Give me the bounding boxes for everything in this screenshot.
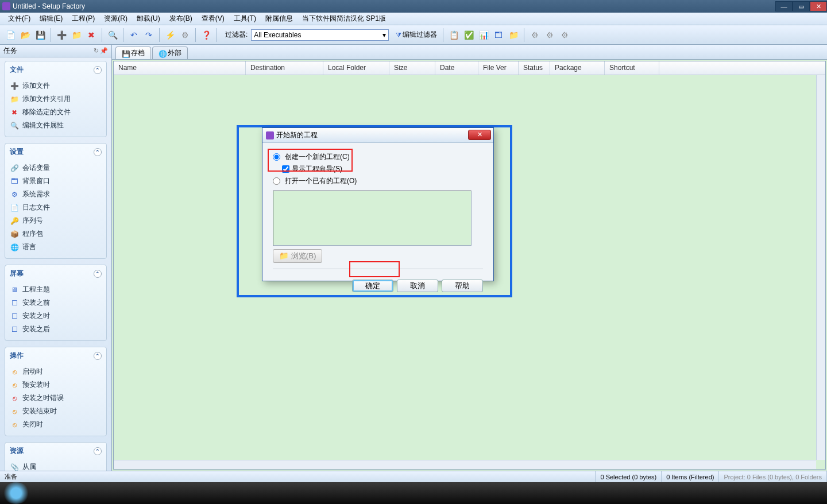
- tab-strip: 💾存档🌐外部: [112, 45, 827, 60]
- menu-item-3[interactable]: 资源(R): [99, 13, 132, 25]
- radio-open-project[interactable]: 打开一个已有的工程(O): [273, 175, 483, 187]
- vertical-scrollbar[interactable]: [816, 75, 825, 460]
- task-group-header[interactable]: 资源⌃: [5, 443, 106, 459]
- column-header-status[interactable]: Status: [519, 61, 550, 75]
- column-header-file ver[interactable]: File Ver: [478, 61, 519, 75]
- column-header-package[interactable]: Package: [550, 61, 605, 75]
- radio-new-project[interactable]: 创建一个新的工程(C): [273, 151, 483, 163]
- task-group-body: 📎从属📄初始文件: [5, 459, 106, 471]
- menu-item-4[interactable]: 卸载(U): [132, 13, 165, 25]
- task-item[interactable]: 📄日志文件: [9, 201, 103, 214]
- build-icon[interactable]: ⚡: [163, 28, 177, 42]
- menu-item-9[interactable]: 当下软件园简洁汉化 SP1版: [297, 13, 391, 25]
- tool-icon-1[interactable]: 📋: [447, 28, 461, 42]
- save-icon[interactable]: 💾: [33, 28, 47, 42]
- add-folder-icon[interactable]: 📁: [69, 28, 83, 42]
- task-item[interactable]: ⚙系统需求: [9, 188, 103, 201]
- dialog-close-button[interactable]: ✕: [468, 130, 491, 140]
- task-item[interactable]: 🔍编辑文件属性: [9, 119, 103, 132]
- task-item[interactable]: 🔗会话变量: [9, 161, 103, 175]
- gear-icon-3[interactable]: ⚙: [558, 28, 571, 42]
- task-item[interactable]: ➕添加文件: [9, 79, 103, 92]
- pin-icon[interactable]: 📌: [100, 47, 108, 55]
- task-panel: 任务 ↻ 📌 文件⌃➕添加文件📁添加文件夹引用✖移除选定的文件🔍编辑文件属性设置…: [0, 45, 112, 471]
- task-item[interactable]: 🗔背景窗口: [9, 175, 103, 188]
- cancel-button[interactable]: 取消: [397, 280, 438, 292]
- settings-icon[interactable]: ⚙: [178, 28, 192, 42]
- task-item-label: 预安装时: [22, 380, 50, 390]
- gear-icon-2[interactable]: ⚙: [543, 28, 557, 42]
- close-button[interactable]: ✕: [810, 1, 827, 11]
- tab-1[interactable]: 🌐外部: [152, 46, 188, 59]
- menu-item-5[interactable]: 发布(B): [165, 13, 197, 25]
- open-icon[interactable]: 📂: [18, 28, 32, 42]
- task-item-label: 添加文件夹引用: [22, 94, 71, 104]
- task-item[interactable]: ☐安装之时: [9, 309, 103, 323]
- task-item[interactable]: 🌐语言: [9, 241, 103, 254]
- task-item[interactable]: ⎋预安装时: [9, 378, 103, 391]
- task-item[interactable]: ⎋关闭时: [9, 418, 103, 431]
- help-button[interactable]: 帮助: [442, 280, 483, 292]
- tool-icon-2[interactable]: ✅: [462, 28, 476, 42]
- check-wizard-input[interactable]: [282, 165, 289, 173]
- horizontal-scrollbar[interactable]: [114, 460, 816, 469]
- task-item[interactable]: 🖥工程主题: [9, 283, 103, 296]
- task-item[interactable]: ⎋安装结束时: [9, 405, 103, 418]
- task-item[interactable]: 📎从属: [9, 460, 103, 471]
- start-button[interactable]: [2, 482, 30, 504]
- column-header-destination[interactable]: Destination: [246, 61, 323, 75]
- task-item[interactable]: 📁添加文件夹引用: [9, 92, 103, 106]
- help-icon[interactable]: ❓: [199, 28, 213, 42]
- task-item[interactable]: ⎋安装之时错误: [9, 391, 103, 405]
- menu-item-6[interactable]: 查看(V): [197, 13, 229, 25]
- task-item-label: 语言: [22, 242, 36, 252]
- tool-icon-5[interactable]: 📁: [507, 28, 520, 42]
- task-item[interactable]: ✖移除选定的文件: [9, 106, 103, 119]
- task-item[interactable]: 🔑序列号: [9, 214, 103, 227]
- task-group-header[interactable]: 屏幕⌃: [5, 265, 106, 282]
- column-header-shortcut[interactable]: Shortcut: [605, 61, 659, 75]
- undo-icon[interactable]: ↶: [127, 28, 141, 42]
- column-header-name[interactable]: Name: [114, 61, 246, 75]
- column-header-size[interactable]: Size: [389, 61, 435, 75]
- search-icon[interactable]: 🔍: [106, 28, 119, 42]
- filter-edit-button[interactable]: ⧩ 编辑过滤器: [393, 30, 439, 40]
- task-group-header[interactable]: 文件⌃: [5, 61, 106, 78]
- maximize-button[interactable]: ▭: [793, 1, 810, 11]
- task-item[interactable]: ☐安装之后: [9, 323, 103, 336]
- refresh-icon[interactable]: ↻: [94, 47, 99, 55]
- recent-projects-list[interactable]: [273, 191, 472, 246]
- separator: [102, 28, 102, 42]
- task-item[interactable]: ⎋启动时: [9, 365, 103, 378]
- new-icon[interactable]: 📄: [3, 28, 17, 42]
- task-item-icon: ⎋: [10, 394, 19, 403]
- column-header-local folder[interactable]: Local Folder: [323, 61, 389, 75]
- redo-icon[interactable]: ↷: [142, 28, 156, 42]
- menu-item-2[interactable]: 工程(P): [67, 13, 99, 25]
- task-item[interactable]: ☐安装之前: [9, 296, 103, 309]
- tool-icon-4[interactable]: 🗔: [492, 28, 505, 42]
- gear-icon-1[interactable]: ⚙: [528, 28, 542, 42]
- task-group-header[interactable]: 设置⌃: [5, 144, 106, 160]
- filter-select[interactable]: All Executables: [251, 29, 389, 41]
- menu-item-1[interactable]: 编辑(E): [35, 13, 67, 25]
- check-show-wizard[interactable]: 显示工程向导(S): [273, 163, 483, 175]
- menu-item-0[interactable]: 文件(F): [3, 13, 35, 25]
- add-file-icon[interactable]: ➕: [55, 28, 68, 42]
- list-header: NameDestinationLocal FolderSizeDateFile …: [114, 61, 825, 75]
- window-buttons: — ▭ ✕: [775, 1, 827, 11]
- task-panel-icons: ↻ 📌: [94, 47, 108, 55]
- tab-0[interactable]: 💾存档: [115, 46, 151, 59]
- tool-icon-3[interactable]: 📊: [477, 28, 490, 42]
- column-header-date[interactable]: Date: [435, 61, 478, 75]
- radio-new-input[interactable]: [273, 153, 280, 161]
- task-group-header[interactable]: 操作⌃: [5, 347, 106, 364]
- radio-open-input[interactable]: [273, 177, 280, 185]
- ok-button[interactable]: 确定: [352, 280, 393, 292]
- minimize-button[interactable]: —: [775, 1, 793, 11]
- task-item[interactable]: 📦程序包: [9, 227, 103, 241]
- remove-icon[interactable]: ✖: [84, 28, 98, 42]
- menu-item-8[interactable]: 附属信息: [261, 13, 297, 25]
- menu-item-7[interactable]: 工具(T): [229, 13, 261, 25]
- task-group-3: 操作⌃⎋启动时⎋预安装时⎋安装之时错误⎋安装结束时⎋关闭时: [5, 347, 107, 436]
